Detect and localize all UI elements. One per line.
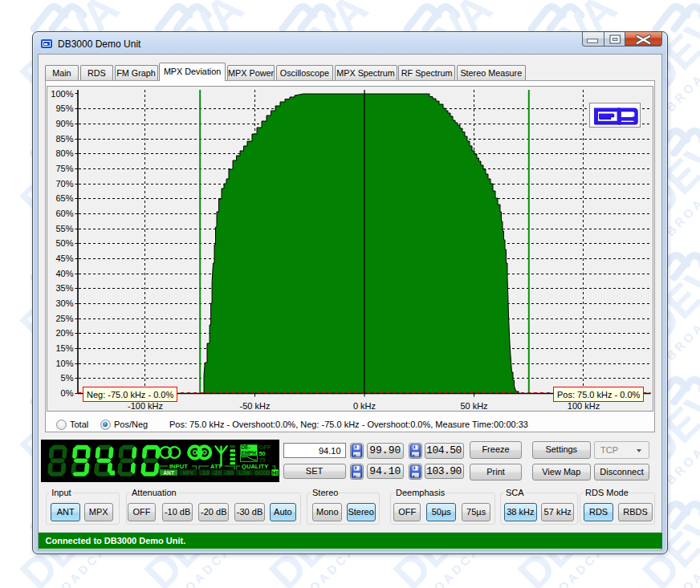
svg-text:DE-: DE- <box>242 444 250 450</box>
svg-text:-20: -20 <box>212 469 222 476</box>
svg-text:-10: -10 <box>200 469 210 476</box>
svg-text:LOW: LOW <box>239 469 250 476</box>
svg-text:EMPH: EMPH <box>242 450 257 456</box>
svg-text:GOOD: GOOD <box>255 469 271 476</box>
svg-text:HI: HI <box>272 469 278 476</box>
svg-text:-30: -30 <box>224 469 234 476</box>
svg-text:ANT: ANT <box>163 469 174 476</box>
svg-text:MPX: MPX <box>182 469 193 476</box>
